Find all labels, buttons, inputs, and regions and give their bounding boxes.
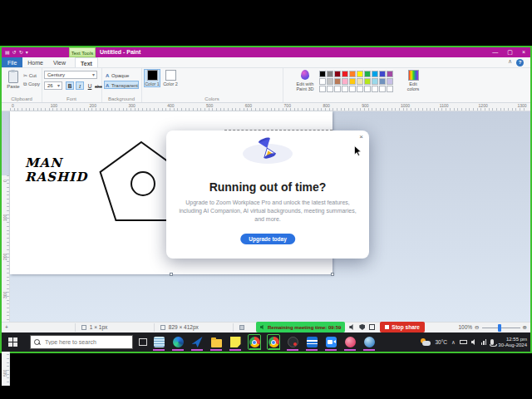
volume-icon[interactable] — [471, 339, 477, 345]
palette-swatch[interactable] — [334, 71, 341, 77]
font-size-select[interactable]: ▾ 26 — [44, 81, 62, 90]
cut-button[interactable]: ✂ Cut — [23, 72, 37, 78]
palette-swatch[interactable] — [379, 86, 386, 92]
palette-swatch[interactable] — [387, 78, 393, 85]
battery-icon[interactable] — [460, 340, 467, 344]
palette-swatch[interactable] — [327, 78, 333, 85]
taskbar-app-media-app[interactable] — [343, 334, 357, 350]
save-icon[interactable]: ▤ — [5, 47, 10, 57]
clock[interactable]: 12:55 pm 30-Aug-2024 — [498, 337, 527, 348]
undo-icon[interactable]: ↺ — [12, 47, 17, 57]
font-family-select[interactable]: ▾ Century — [44, 71, 97, 79]
color1-button[interactable]: Color 1 — [145, 70, 160, 86]
tab-text[interactable]: Text — [75, 57, 98, 67]
video-frame: ▤ ↺ ↻ ▾ Text Tools Untitled - Paint — ▢ … — [0, 0, 532, 399]
network-icon[interactable] — [481, 339, 487, 345]
taskbar-app-sticky-notes[interactable] — [229, 334, 242, 350]
tab-home[interactable]: Home — [22, 57, 48, 67]
maximize-button[interactable]: ▢ — [507, 47, 513, 57]
palette-swatch[interactable] — [379, 71, 386, 77]
bold-button[interactable]: B — [66, 81, 74, 90]
copy-button[interactable]: ⧉ Copy — [23, 81, 40, 87]
palette-swatch[interactable] — [372, 86, 378, 92]
weather-icon[interactable] — [421, 338, 431, 347]
taskbar-app-paint-3d[interactable] — [362, 334, 376, 350]
palette-swatch[interactable] — [379, 78, 386, 85]
palette-swatch[interactable] — [364, 86, 371, 92]
taskbar-app-screen-recorder[interactable] — [286, 334, 299, 350]
palette-swatch[interactable] — [327, 71, 333, 77]
minimize-button[interactable]: — — [492, 47, 498, 57]
palette-swatch[interactable] — [372, 78, 378, 85]
taskbar-app-dev-app[interactable] — [305, 334, 318, 350]
taskbar-app-edge[interactable] — [171, 334, 185, 350]
italic-button[interactable]: I — [76, 81, 84, 90]
tray-chevron-icon[interactable]: ∧ — [451, 339, 456, 346]
zoom-slider[interactable] — [482, 328, 520, 328]
participants-icon[interactable] — [369, 324, 375, 330]
clipboard-group: Paste ✂ Cut ⧉ Copy Clipboard — [2, 68, 42, 102]
quick-access-more-icon[interactable]: ▾ — [26, 47, 28, 57]
edge-icon — [173, 337, 184, 347]
ruler-number: 300 — [128, 103, 135, 108]
tab-file[interactable]: File — [2, 57, 22, 67]
palette-swatch[interactable] — [364, 78, 371, 85]
palette-swatch[interactable] — [342, 71, 348, 77]
palette-swatch[interactable] — [342, 86, 348, 92]
canvas-resize-handle-bottom[interactable] — [170, 273, 173, 276]
palette-swatch[interactable] — [357, 78, 363, 85]
zoom-out-icon[interactable]: ⊖ — [475, 323, 479, 332]
open-app-indicator — [325, 349, 337, 351]
dialog-close-icon[interactable]: × — [359, 133, 363, 141]
underline-button[interactable]: U — [86, 81, 94, 90]
paste-button[interactable]: Paste — [5, 71, 22, 89]
palette-swatch[interactable] — [349, 78, 356, 85]
palette-swatch[interactable] — [387, 71, 393, 77]
upgrade-today-button[interactable]: Upgrade today — [240, 234, 295, 244]
palette-swatch[interactable] — [387, 86, 393, 92]
taskbar-app-chrome-1[interactable] — [248, 334, 261, 350]
search-input[interactable] — [43, 338, 130, 346]
redo-icon[interactable]: ↻ — [19, 47, 23, 57]
ruler-number: 900 — [362, 103, 368, 108]
minimize-ribbon-icon[interactable]: ∧ — [508, 58, 512, 65]
help-icon[interactable]: ? — [516, 59, 524, 66]
palette-swatch[interactable] — [334, 78, 341, 85]
tab-view[interactable]: View — [48, 57, 71, 67]
taskbar-app-file-explorer[interactable] — [209, 334, 223, 350]
zoom-in-icon[interactable]: ⊕ — [523, 323, 527, 332]
palette-swatch[interactable] — [357, 71, 363, 77]
palette-swatch[interactable] — [334, 86, 341, 92]
palette-swatch[interactable] — [349, 71, 356, 77]
security-shield-icon[interactable] — [359, 324, 365, 330]
zoom-slider-thumb[interactable] — [498, 324, 501, 332]
palette-swatch[interactable] — [364, 71, 371, 77]
taskbar-app-zoom[interactable] — [324, 334, 337, 350]
palette-swatch[interactable] — [357, 86, 363, 92]
palette-swatch[interactable] — [342, 78, 348, 85]
transparent-button[interactable]: A Transparent — [104, 81, 139, 89]
edit-colors-button[interactable]: Edit colors — [406, 70, 421, 91]
start-button[interactable] — [8, 337, 17, 347]
palette-swatch[interactable] — [327, 86, 333, 92]
close-button[interactable]: × — [522, 47, 525, 57]
taskbar-app-app-blue[interactable] — [190, 334, 204, 350]
vertical-ruler: 0100200300400500 — [2, 175, 10, 386]
palette-swatch[interactable] — [349, 86, 356, 92]
taskbar-app-chrome-2[interactable] — [267, 334, 280, 350]
canvas-resize-handle-corner[interactable] — [331, 273, 334, 276]
microphone-icon[interactable] — [490, 339, 494, 345]
opaque-button[interactable]: A Opaque — [104, 71, 139, 79]
task-view-icon[interactable] — [139, 338, 147, 346]
temperature[interactable]: 30°C — [436, 339, 448, 345]
ruler-number: 300 — [2, 292, 7, 298]
taskbar-search[interactable] — [30, 335, 133, 349]
speaker-icon[interactable] — [349, 324, 355, 330]
taskbar-app-notepad[interactable] — [152, 334, 165, 350]
edit-with-paint3d-button[interactable]: Edit with Paint 3D — [289, 70, 321, 91]
palette-swatch[interactable] — [372, 71, 378, 77]
stop-share-button[interactable]: Stop share — [380, 322, 425, 332]
text-tools-context-tab[interactable]: Text Tools — [69, 47, 96, 57]
color2-button[interactable]: Color 2 — [163, 70, 178, 86]
tray-date: 30-Aug-2024 — [498, 342, 527, 348]
